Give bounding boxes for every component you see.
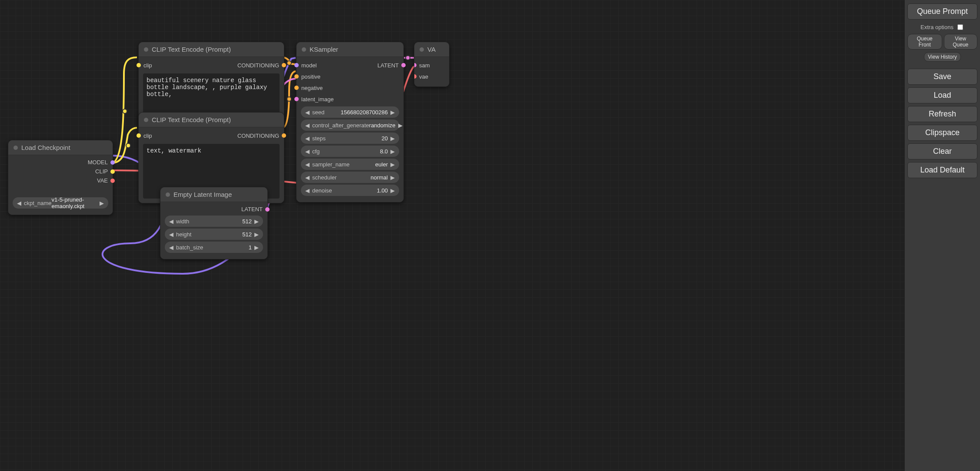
widget-height[interactable]: ◀height512▶: [165, 229, 263, 240]
node-ksampler[interactable]: KSampler model LATENT positive negative …: [296, 42, 404, 202]
reroute-dot[interactable]: [287, 96, 292, 102]
port-out-clip[interactable]: [110, 169, 115, 174]
port-out-vae[interactable]: [110, 179, 115, 183]
arrow-left-icon[interactable]: ◀: [303, 187, 311, 194]
node-load-checkpoint[interactable]: Load Checkpoint MODEL CLIP VAE ◀ ckpt_na…: [8, 140, 113, 215]
refresh-button[interactable]: Refresh: [907, 106, 977, 122]
widget-label: ckpt_name: [23, 200, 52, 206]
widget-batch-size[interactable]: ◀batch_size1▶: [165, 242, 263, 253]
view-history-button[interactable]: View History: [924, 52, 960, 62]
node-title[interactable]: Load Checkpoint: [8, 140, 113, 155]
arrow-right-icon[interactable]: ▶: [389, 161, 397, 168]
widget-label: width: [175, 218, 189, 225]
queue-front-button[interactable]: Queue Front: [907, 34, 942, 50]
arrow-right-icon[interactable]: ▶: [389, 174, 397, 181]
widget-label: steps: [311, 135, 326, 142]
port-out-latent[interactable]: [401, 63, 406, 67]
arrow-right-icon[interactable]: ▶: [253, 218, 260, 225]
node-title[interactable]: CLIP Text Encode (Prompt): [139, 113, 284, 127]
port-in-clip[interactable]: [137, 63, 141, 67]
port-in-latent-image[interactable]: [294, 97, 299, 101]
view-queue-button[interactable]: View Queue: [944, 34, 977, 50]
widget-value: 8.0: [380, 148, 389, 155]
node-vae-decode[interactable]: VA sam vae: [414, 42, 450, 87]
node-title[interactable]: CLIP Text Encode (Prompt): [139, 42, 284, 57]
input-label-latent-image: latent_image: [301, 96, 333, 103]
collapse-dot-icon[interactable]: [13, 146, 18, 150]
port-in-vae[interactable]: [414, 74, 417, 79]
widget-sampler-name[interactable]: ◀sampler_nameeuler▶: [301, 159, 399, 170]
widget-denoise[interactable]: ◀denoise1.00▶: [301, 185, 399, 196]
arrow-right-icon[interactable]: ▶: [389, 109, 397, 116]
reroute-dot[interactable]: [287, 60, 292, 66]
collapse-dot-icon[interactable]: [144, 47, 148, 52]
arrow-left-icon[interactable]: ◀: [303, 161, 311, 168]
node-title[interactable]: Empty Latent Image: [160, 187, 267, 202]
arrow-right-icon[interactable]: ▶: [253, 231, 260, 238]
port-out-conditioning[interactable]: [282, 133, 286, 138]
port-out-conditioning[interactable]: [282, 63, 286, 67]
node-title-text: CLIP Text Encode (Prompt): [152, 46, 231, 53]
input-label-vae: vae: [419, 73, 428, 80]
widget-value: 1: [249, 244, 253, 251]
reroute-dot[interactable]: [126, 143, 131, 148]
port-in-negative[interactable]: [294, 86, 299, 90]
port-in-clip[interactable]: [137, 133, 141, 138]
arrow-right-icon[interactable]: ▶: [253, 244, 260, 251]
widget-label: denoise: [311, 187, 332, 194]
widget-width[interactable]: ◀width512▶: [165, 216, 263, 227]
node-empty-latent-image[interactable]: Empty Latent Image LATENT ◀width512▶ ◀he…: [160, 187, 268, 259]
node-title[interactable]: VA: [414, 42, 449, 57]
clipspace-button[interactable]: Clipspace: [907, 125, 977, 141]
load-button[interactable]: Load: [907, 87, 977, 103]
output-label-conditioning: CONDITIONING: [237, 62, 279, 69]
widget-ckpt-name[interactable]: ◀ ckpt_name v1-5-pruned-emaonly.ckpt ▶: [13, 197, 108, 209]
arrow-left-icon[interactable]: ◀: [303, 122, 311, 129]
reroute-dot[interactable]: [405, 55, 410, 60]
widget-value: randomize: [369, 122, 397, 129]
port-in-samples[interactable]: [414, 63, 417, 67]
queue-prompt-button[interactable]: Queue Prompt: [907, 3, 977, 20]
clear-button[interactable]: Clear: [907, 143, 977, 159]
widget-steps[interactable]: ◀steps20▶: [301, 133, 399, 144]
output-label-latent: LATENT: [377, 62, 399, 69]
arrow-right-icon[interactable]: ▶: [397, 122, 404, 129]
arrow-right-icon[interactable]: ▶: [389, 135, 397, 142]
widget-control-after-generate[interactable]: ◀control_after_generaterandomize▶: [301, 119, 399, 131]
arrow-left-icon[interactable]: ◀: [303, 148, 311, 155]
arrow-left-icon[interactable]: ◀: [303, 135, 311, 142]
extra-options-checkbox[interactable]: [957, 24, 963, 30]
arrow-right-icon[interactable]: ▶: [389, 187, 397, 194]
widget-value: 1.00: [377, 187, 389, 194]
reroute-dot[interactable]: [122, 109, 127, 114]
load-default-button[interactable]: Load Default: [907, 162, 977, 178]
collapse-dot-icon[interactable]: [144, 118, 148, 122]
collapse-dot-icon[interactable]: [420, 47, 424, 52]
widget-scheduler[interactable]: ◀schedulernormal▶: [301, 172, 399, 183]
input-label-positive: positive: [301, 73, 320, 80]
widget-label: seed: [311, 109, 324, 116]
arrow-left-icon[interactable]: ◀: [303, 109, 311, 116]
port-in-positive[interactable]: [294, 74, 299, 79]
collapse-dot-icon[interactable]: [302, 47, 306, 52]
arrow-left-icon[interactable]: ◀: [167, 244, 175, 251]
arrow-right-icon[interactable]: ▶: [389, 148, 397, 155]
widget-seed[interactable]: ◀seed156680208700286▶: [301, 106, 399, 118]
node-title-text: KSampler: [310, 46, 338, 53]
port-out-model[interactable]: [110, 160, 115, 165]
widget-cfg[interactable]: ◀cfg8.0▶: [301, 146, 399, 157]
arrow-left-icon[interactable]: ◀: [15, 200, 23, 206]
arrow-right-icon[interactable]: ▶: [98, 200, 106, 206]
node-graph-canvas[interactable]: Load Checkpoint MODEL CLIP VAE ◀ ckpt_na…: [0, 0, 980, 471]
port-out-latent[interactable]: [265, 207, 270, 212]
node-title[interactable]: KSampler: [297, 42, 403, 57]
arrow-left-icon[interactable]: ◀: [167, 231, 175, 238]
side-panel: Queue Prompt Extra options Queue Front V…: [904, 0, 980, 471]
widget-value: 156680208700286: [341, 109, 389, 116]
save-button[interactable]: Save: [907, 69, 977, 85]
widget-value: normal: [370, 174, 389, 181]
arrow-left-icon[interactable]: ◀: [167, 218, 175, 225]
collapse-dot-icon[interactable]: [166, 192, 170, 197]
arrow-left-icon[interactable]: ◀: [303, 174, 311, 181]
port-in-model[interactable]: [294, 63, 299, 67]
